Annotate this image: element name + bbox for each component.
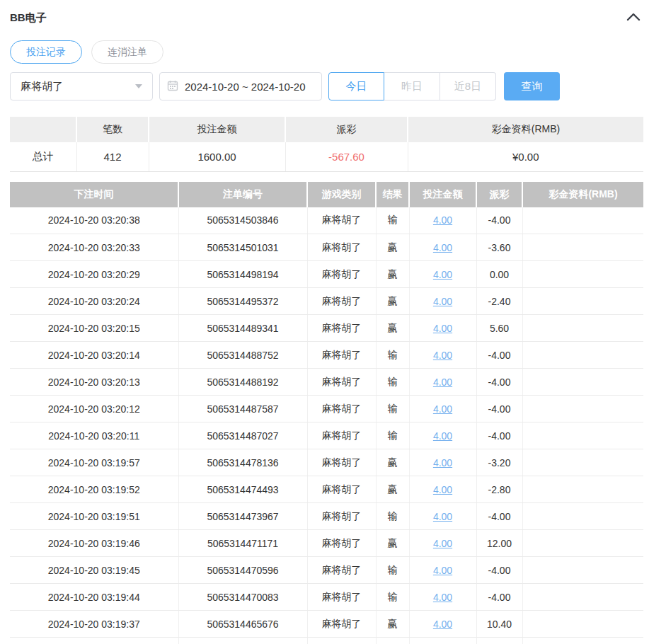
bet-amount-link[interactable]: 4.00 bbox=[433, 269, 452, 280]
payout-cell: 12.00 bbox=[476, 530, 522, 557]
bet-amount-cell: 4.00 bbox=[409, 261, 476, 288]
game-category-cell: 麻将胡了 bbox=[307, 234, 376, 261]
tab-label: 投注记录 bbox=[26, 46, 66, 59]
jackpot-cell bbox=[522, 503, 643, 530]
result-cell: 赢 bbox=[376, 288, 409, 315]
bet-amount-link[interactable]: 4.00 bbox=[433, 484, 452, 495]
bet-amount-cell: 4.00 bbox=[409, 396, 476, 422]
bet-amount-link[interactable]: 4.00 bbox=[433, 323, 452, 334]
payout-cell: -4.00 bbox=[476, 342, 522, 369]
tab-cancelled-orders[interactable]: 连消注单 bbox=[91, 40, 163, 64]
date-range-input[interactable]: 2024-10-20 ~ 2024-10-20 bbox=[159, 72, 322, 100]
last-8-days-button[interactable]: 近8日 bbox=[440, 72, 496, 100]
summary-total-label: 总计 bbox=[10, 142, 76, 171]
table-row: 2024-10-20 03:20:335065314501031麻将胡了赢4.0… bbox=[10, 234, 643, 261]
tab-label: 连消注单 bbox=[108, 46, 147, 59]
bet-amount-cell: 4.00 bbox=[409, 476, 476, 503]
game-select[interactable]: 麻将胡了 bbox=[10, 72, 153, 100]
table-row: 2024-10-20 03:19:465065314471171麻将胡了赢4.0… bbox=[10, 530, 643, 557]
panel-header: BB电子 bbox=[10, 9, 643, 26]
bet-amount-link[interactable]: 4.00 bbox=[433, 538, 452, 549]
result-cell: 赢 bbox=[376, 476, 409, 503]
order-number-cell: 5065314489341 bbox=[178, 315, 307, 342]
result-cell: 输 bbox=[376, 584, 409, 611]
bet-amount-link[interactable]: 4.00 bbox=[433, 242, 452, 253]
game-category-cell: 麻将胡了 bbox=[307, 530, 376, 557]
order-number-cell: 5065314498194 bbox=[178, 261, 307, 288]
result-cell: 输 bbox=[376, 369, 409, 396]
jackpot-cell bbox=[522, 584, 643, 611]
payout-cell: -4.00 bbox=[476, 503, 522, 530]
bet-amount-cell: 4.00 bbox=[409, 342, 476, 369]
today-button[interactable]: 今日 bbox=[328, 72, 384, 100]
game-category-cell: 麻将胡了 bbox=[307, 288, 376, 315]
search-button[interactable]: 查询 bbox=[504, 72, 560, 100]
bet-amount-link[interactable]: 4.00 bbox=[433, 565, 452, 576]
order-number-cell: 5065314470083 bbox=[178, 584, 307, 611]
summary-header-blank bbox=[10, 117, 76, 142]
empty-cell bbox=[409, 638, 476, 644]
order-number-cell: 5065314470596 bbox=[178, 557, 307, 584]
summary-table: 笔数 投注金额 派彩 彩金资料(RMB) 总计 412 1600.00 -567… bbox=[10, 117, 643, 172]
header-jackpot: 彩金资料(RMB) bbox=[522, 182, 643, 207]
table-row-partial bbox=[10, 638, 643, 644]
summary-header-count: 笔数 bbox=[76, 117, 149, 142]
result-cell: 输 bbox=[376, 342, 409, 369]
table-row: 2024-10-20 03:20:295065314498194麻将胡了赢4.0… bbox=[10, 261, 643, 288]
bet-amount-link[interactable]: 4.00 bbox=[433, 376, 452, 388]
order-number-cell: 5065314487587 bbox=[178, 396, 307, 422]
payout-cell: -2.80 bbox=[476, 476, 522, 503]
payout-cell: -4.00 bbox=[476, 422, 522, 449]
game-category-cell: 麻将胡了 bbox=[307, 584, 376, 611]
bet-amount-link[interactable]: 4.00 bbox=[433, 511, 452, 522]
empty-cell bbox=[307, 638, 376, 644]
bet-time-cell: 2024-10-20 03:19:37 bbox=[10, 611, 178, 638]
header-bet-time: 下注时间 bbox=[10, 182, 178, 207]
empty-cell bbox=[522, 638, 643, 644]
payout-cell: -4.00 bbox=[476, 369, 522, 396]
collapse-panel-button[interactable] bbox=[625, 9, 642, 26]
bet-amount-link[interactable]: 4.00 bbox=[433, 350, 452, 361]
summary-header-bet-amount: 投注金额 bbox=[149, 117, 285, 142]
order-number-cell: 5065314488752 bbox=[178, 342, 307, 369]
bet-amount-link[interactable]: 4.00 bbox=[433, 457, 452, 468]
bet-table-header-row: 下注时间 注单编号 游戏类别 结果 投注金额 派彩 彩金资料(RMB) bbox=[10, 182, 643, 207]
header-result: 结果 bbox=[376, 182, 409, 207]
payout-cell: -4.00 bbox=[476, 207, 522, 234]
payout-cell: 10.40 bbox=[476, 611, 522, 638]
bet-amount-link[interactable]: 4.00 bbox=[433, 430, 452, 442]
game-category-cell: 麻将胡了 bbox=[307, 396, 376, 422]
table-row: 2024-10-20 03:20:145065314488752麻将胡了输4.0… bbox=[10, 342, 643, 369]
summary-header-payout: 派彩 bbox=[285, 117, 408, 142]
order-number-cell: 5065314487027 bbox=[178, 422, 307, 449]
game-category-cell: 麻将胡了 bbox=[307, 611, 376, 638]
table-row: 2024-10-20 03:19:445065314470083麻将胡了输4.0… bbox=[10, 584, 643, 611]
bet-amount-link[interactable]: 4.00 bbox=[433, 619, 452, 630]
tab-bet-records[interactable]: 投注记录 bbox=[10, 40, 82, 64]
empty-cell bbox=[476, 638, 522, 644]
bet-amount-link[interactable]: 4.00 bbox=[433, 296, 452, 307]
bet-amount-cell: 4.00 bbox=[409, 288, 476, 315]
table-row: 2024-10-20 03:19:455065314470596麻将胡了输4.0… bbox=[10, 557, 643, 584]
table-row: 2024-10-20 03:19:575065314478136麻将胡了赢4.0… bbox=[10, 449, 643, 476]
yesterday-button[interactable]: 昨日 bbox=[384, 72, 440, 100]
result-cell: 输 bbox=[376, 422, 409, 449]
result-cell: 赢 bbox=[376, 530, 409, 557]
order-number-cell: 5065314473967 bbox=[178, 503, 307, 530]
bet-table-body: 2024-10-20 03:20:385065314503846麻将胡了输4.0… bbox=[10, 207, 643, 644]
order-number-cell: 5065314478136 bbox=[178, 449, 307, 476]
bet-amount-link[interactable]: 4.00 bbox=[433, 403, 452, 415]
bet-amount-link[interactable]: 4.00 bbox=[433, 592, 452, 603]
order-number-cell: 5065314495372 bbox=[178, 288, 307, 315]
empty-cell bbox=[10, 638, 178, 644]
record-tabs: 投注记录 连消注单 bbox=[10, 40, 643, 64]
summary-header-row: 笔数 投注金额 派彩 彩金资料(RMB) bbox=[10, 117, 643, 142]
bet-time-cell: 2024-10-20 03:19:52 bbox=[10, 476, 178, 503]
bet-time-cell: 2024-10-20 03:19:45 bbox=[10, 557, 178, 584]
jackpot-cell bbox=[522, 530, 643, 557]
bet-amount-link[interactable]: 4.00 bbox=[433, 214, 452, 226]
table-row: 2024-10-20 03:20:155065314489341麻将胡了赢4.0… bbox=[10, 315, 643, 342]
chevron-up-icon bbox=[626, 11, 641, 24]
jackpot-cell bbox=[522, 449, 643, 476]
date-range-value: 2024-10-20 ~ 2024-10-20 bbox=[185, 81, 306, 93]
